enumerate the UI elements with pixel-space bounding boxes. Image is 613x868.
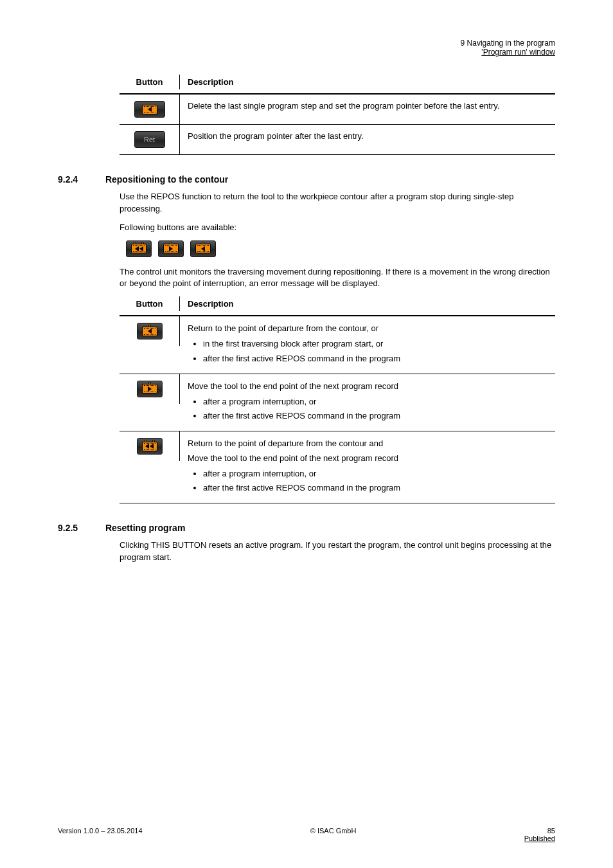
list-item: after a program interruption, or — [203, 396, 547, 408]
cell-heading: Move the tool to the end point of the ne… — [188, 453, 547, 464]
repos-both-button[interactable] — [126, 240, 152, 257]
repos-both-button[interactable] — [137, 438, 163, 455]
repos-last-button[interactable] — [137, 323, 163, 339]
icon-row — [126, 240, 555, 257]
section-heading: 9.2.5 Resetting program — [58, 523, 555, 533]
list-item: after the first active REPOS command in … — [203, 353, 547, 365]
list-item: after the first active REPOS command in … — [203, 482, 547, 494]
col-header-desc: Description — [180, 296, 555, 311]
cell-desc: Position the program pointer after the l… — [180, 125, 555, 147]
repos-next-button[interactable] — [137, 381, 163, 397]
section-title-text: Resetting program — [105, 523, 185, 533]
table-row: Ret Position the program pointer after t… — [120, 125, 555, 155]
section-number: 9.2.4 — [58, 174, 103, 185]
paragraph: Use the REPOS function to return the too… — [120, 191, 555, 215]
paragraph: The control unit monitors the traversing… — [120, 266, 555, 291]
cell-heading: Return to the point of departure from th… — [188, 323, 547, 334]
table-row: Return to the point of departure from th… — [120, 431, 555, 503]
repos-last-icon — [195, 244, 211, 253]
list-item: after a program interruption, or — [203, 468, 547, 480]
cell-desc: Delete the last single program step and … — [180, 95, 555, 117]
cell-desc: Move the tool to the end point of the ne… — [180, 374, 555, 431]
list-item: in the first traversing block after prog… — [203, 338, 547, 350]
footer-right: 85 Published — [524, 827, 555, 842]
col-header-desc: Description — [180, 75, 555, 89]
section-heading: 9.2.4 Repositioning to the contour — [58, 174, 555, 185]
bullet-list: in the first traversing block after prog… — [188, 338, 547, 364]
repos-both-icon — [131, 244, 147, 253]
back-arrow-button[interactable] — [134, 101, 165, 118]
header-subtitle: 'Program run' window — [461, 48, 555, 57]
cell-desc: Return to the point of departure from th… — [180, 316, 555, 374]
footer-version: Version 1.0.0 – 23.05.2014 — [58, 827, 143, 842]
cell-heading: Move the tool to the end point of the ne… — [188, 381, 547, 392]
repos-next-icon — [163, 244, 179, 253]
table-buttons-2: Button Description Return to the point o… — [120, 296, 555, 503]
table-row: Move the tool to the end point of the ne… — [120, 374, 555, 432]
col-header-button: Button — [120, 296, 180, 311]
cell-desc: Return to the point of departure from th… — [180, 431, 555, 503]
ret-icon: Ret — [144, 136, 155, 143]
repos-next-button[interactable] — [158, 240, 184, 257]
ret-button[interactable]: Ret — [134, 131, 165, 148]
footer-published: Published — [524, 835, 555, 842]
header-chapter: 9 Navigating in the program — [461, 39, 555, 48]
page-number: 85 — [524, 827, 555, 835]
list-item: after the first active REPOS command in … — [203, 410, 547, 422]
paragraph: Clicking THIS BUTTON resets an active pr… — [120, 539, 555, 564]
repos-last-button[interactable] — [190, 240, 216, 257]
repos-next-icon — [142, 384, 157, 393]
paragraph: Following buttons are available: — [120, 222, 555, 234]
table-row: Button Description — [120, 75, 555, 95]
col-header-button: Button — [120, 75, 180, 89]
bullet-list: after a program interruption, or after t… — [188, 396, 547, 422]
table-row: Return to the point of departure from th… — [120, 316, 555, 374]
page-header: 9 Navigating in the program 'Program run… — [58, 39, 555, 57]
table-row: Button Description — [120, 296, 555, 316]
page-footer: Version 1.0.0 – 23.05.2014 © ISAC GmbH 8… — [58, 827, 555, 842]
repos-both-icon — [142, 442, 157, 451]
repos-last-icon — [142, 327, 157, 336]
section-number: 9.2.5 — [58, 523, 103, 533]
table-buttons-1: Button Description Delete the last singl… — [120, 75, 555, 155]
back-arrow-icon — [142, 105, 157, 114]
footer-copyright: © ISAC GmbH — [310, 827, 357, 842]
table-row: Delete the last single program step and … — [120, 95, 555, 125]
bullet-list: after a program interruption, or after t… — [188, 468, 547, 494]
section-title-text: Repositioning to the contour — [105, 174, 228, 185]
header-right: 9 Navigating in the program 'Program run… — [461, 39, 555, 57]
cell-heading: Return to the point of departure from th… — [188, 438, 547, 449]
